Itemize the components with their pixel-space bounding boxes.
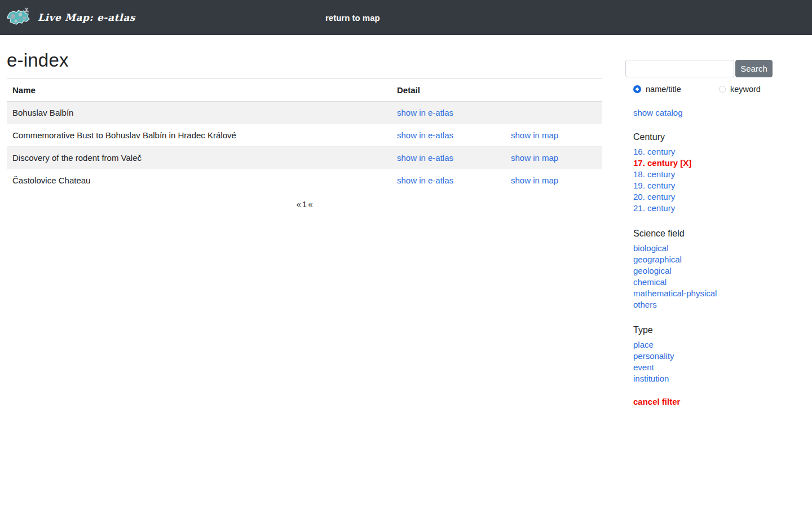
century-filter-17-active[interactable]: 17. century [X] <box>633 157 773 169</box>
show-in-map-link[interactable]: show in map <box>511 153 558 163</box>
column-header-detail: Detail <box>391 79 505 102</box>
radio-keyword-label[interactable]: keyword <box>730 85 761 94</box>
brand-title: Live Map: e-atlas <box>38 12 135 23</box>
century-heading: Century <box>633 132 773 142</box>
show-in-eatlas-link[interactable]: show in e-atlas <box>397 153 453 163</box>
science-filter-biological[interactable]: biological <box>633 243 773 254</box>
entry-name: Commemorative Bust to Bohuslav Balbín in… <box>7 124 391 147</box>
science-filter-others[interactable]: others <box>633 299 773 310</box>
type-filter-place[interactable]: place <box>633 339 773 351</box>
pagination: «1« <box>7 199 602 209</box>
century-filter-21[interactable]: 21. century <box>633 203 773 214</box>
filter-sidebar: Search name/title keyword show catalog C… <box>625 60 773 406</box>
column-header-blank <box>505 79 602 102</box>
science-field-heading: Science field <box>633 229 773 239</box>
science-filter-geological[interactable]: geological <box>633 265 773 277</box>
science-filter-geographical[interactable]: geographical <box>633 254 773 265</box>
table-header-row: Name Detail <box>7 79 602 102</box>
brand[interactable]: Live Map: e-atlas <box>5 5 135 30</box>
century-filter-19[interactable]: 19. century <box>633 180 773 191</box>
radio-name-title[interactable] <box>633 85 641 93</box>
show-in-eatlas-link[interactable]: show in e-atlas <box>397 176 453 185</box>
page-title: e-index <box>7 50 602 71</box>
entry-name: Bohuslav Balbín <box>7 102 391 124</box>
main-content: e-index Name Detail Bohuslav Balbín show… <box>7 50 602 209</box>
table-row: Častolovice Chateau show in e-atlas show… <box>7 169 602 192</box>
type-filter-event[interactable]: event <box>633 362 773 373</box>
search-mode-radios: name/title keyword <box>633 85 773 94</box>
cancel-filter-link[interactable]: cancel filter <box>633 397 773 406</box>
type-list: place personality event institution <box>633 339 773 384</box>
pagination-current-page: 1 <box>302 199 307 209</box>
type-filter-institution[interactable]: institution <box>633 373 773 384</box>
entry-name: Častolovice Chateau <box>7 169 391 192</box>
table-row: Bohuslav Balbín show in e-atlas <box>7 102 602 124</box>
table-row: Commemorative Bust to Bohuslav Balbín in… <box>7 124 602 147</box>
e-index-table: Name Detail Bohuslav Balbín show in e-at… <box>7 78 602 191</box>
table-row: Discovery of the rodent from Valeč show … <box>7 147 602 169</box>
type-heading: Type <box>633 325 773 335</box>
show-in-map-link[interactable]: show in map <box>511 176 558 185</box>
entry-name: Discovery of the rodent from Valeč <box>7 147 391 169</box>
czech-map-logo-icon <box>5 5 32 30</box>
type-filter-personality[interactable]: personality <box>633 351 773 362</box>
radio-keyword[interactable] <box>719 86 726 93</box>
radio-name-title-label[interactable]: name/title <box>646 85 681 94</box>
science-filter-chemical[interactable]: chemical <box>633 277 773 288</box>
pagination-prev[interactable]: « <box>295 199 301 209</box>
pagination-next[interactable]: « <box>307 199 313 209</box>
show-in-eatlas-link[interactable]: show in e-atlas <box>397 130 453 140</box>
show-in-eatlas-link[interactable]: show in e-atlas <box>397 108 453 117</box>
century-list: 16. century 17. century [X] 18. century … <box>633 146 773 214</box>
search-row: Search <box>625 60 773 77</box>
search-button[interactable]: Search <box>735 60 773 77</box>
show-in-map-link[interactable]: show in map <box>511 130 558 140</box>
science-filter-mathematical-physical[interactable]: mathematical-physical <box>633 288 773 299</box>
century-filter-20[interactable]: 20. century <box>633 191 773 203</box>
search-input[interactable] <box>625 60 734 77</box>
century-filter-16[interactable]: 16. century <box>633 146 773 157</box>
return-to-map-link[interactable]: return to map <box>325 13 380 23</box>
column-header-name: Name <box>7 79 391 102</box>
science-field-list: biological geographical geological chemi… <box>633 243 773 310</box>
top-navbar: Live Map: e-atlas return to map <box>0 0 812 35</box>
century-filter-18[interactable]: 18. century <box>633 169 773 180</box>
show-catalog-link[interactable]: show catalog <box>633 108 773 117</box>
